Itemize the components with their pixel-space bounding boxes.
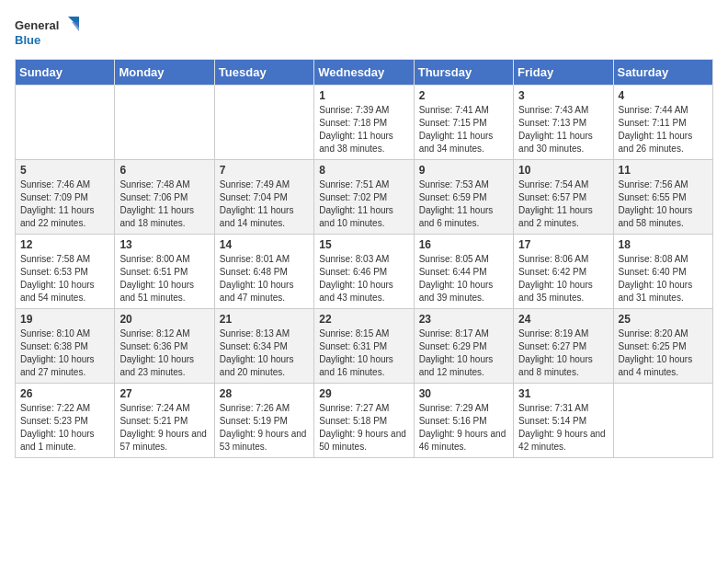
day-info: Sunrise: 7:54 AM Sunset: 6:57 PM Dayligh… [518,178,608,230]
calendar-week-row: 1Sunrise: 7:39 AM Sunset: 7:18 PM Daylig… [16,86,713,160]
day-number: 21 [220,313,309,326]
calendar-week-row: 26Sunrise: 7:22 AM Sunset: 5:23 PM Dayli… [16,384,713,458]
day-info: Sunrise: 8:17 AM Sunset: 6:29 PM Dayligh… [419,327,508,379]
day-info: Sunrise: 7:24 AM Sunset: 5:21 PM Dayligh… [119,402,209,454]
day-info: Sunrise: 7:44 AM Sunset: 7:11 PM Dayligh… [619,104,708,155]
calendar-cell: 2Sunrise: 7:41 AM Sunset: 7:15 PM Daylig… [414,86,513,160]
day-info: Sunrise: 8:01 AM Sunset: 6:48 PM Dayligh… [220,253,309,304]
calendar-week-row: 19Sunrise: 8:10 AM Sunset: 6:38 PM Dayli… [16,309,713,384]
calendar-cell: 16Sunrise: 8:05 AM Sunset: 6:44 PM Dayli… [414,235,513,309]
page-header: General Blue [15,15,713,52]
logo-svg: General Blue [15,15,79,52]
day-info: Sunrise: 7:48 AM Sunset: 7:06 PM Dayligh… [119,178,209,230]
day-info: Sunrise: 7:22 AM Sunset: 5:23 PM Dayligh… [20,402,109,454]
calendar-cell: 18Sunrise: 8:08 AM Sunset: 6:40 PM Dayli… [613,235,712,309]
calendar-cell: 23Sunrise: 8:17 AM Sunset: 6:29 PM Dayli… [414,309,513,384]
calendar-cell: 4Sunrise: 7:44 AM Sunset: 7:11 PM Daylig… [613,86,712,160]
day-number: 17 [518,238,608,251]
calendar-cell [16,86,115,160]
calendar-cell: 13Sunrise: 8:00 AM Sunset: 6:51 PM Dayli… [115,235,214,309]
day-info: Sunrise: 7:53 AM Sunset: 6:59 PM Dayligh… [419,178,508,230]
day-number: 2 [419,89,508,102]
day-info: Sunrise: 7:39 AM Sunset: 7:18 PM Dayligh… [319,104,408,155]
calendar-cell: 14Sunrise: 8:01 AM Sunset: 6:48 PM Dayli… [214,235,313,309]
day-info: Sunrise: 7:41 AM Sunset: 7:15 PM Dayligh… [419,104,508,155]
calendar-cell: 12Sunrise: 7:58 AM Sunset: 6:53 PM Dayli… [16,235,115,309]
day-info: Sunrise: 8:08 AM Sunset: 6:40 PM Dayligh… [619,253,708,304]
day-info: Sunrise: 8:03 AM Sunset: 6:46 PM Dayligh… [319,253,408,304]
column-header-tuesday: Tuesday [214,60,313,86]
calendar-cell: 10Sunrise: 7:54 AM Sunset: 6:57 PM Dayli… [514,160,613,235]
svg-text:General: General [15,18,59,32]
day-number: 4 [619,89,708,102]
day-number: 25 [619,313,708,326]
calendar-cell: 7Sunrise: 7:49 AM Sunset: 7:04 PM Daylig… [214,160,313,235]
day-info: Sunrise: 8:19 AM Sunset: 6:27 PM Dayligh… [518,327,608,379]
day-number: 29 [319,387,408,400]
day-number: 16 [419,238,508,251]
calendar-cell [214,86,313,160]
day-number: 22 [319,313,408,326]
day-number: 7 [220,164,309,177]
day-info: Sunrise: 8:10 AM Sunset: 6:38 PM Dayligh… [20,327,109,379]
day-info: Sunrise: 8:05 AM Sunset: 6:44 PM Dayligh… [419,253,508,304]
calendar-cell: 31Sunrise: 7:31 AM Sunset: 5:14 PM Dayli… [514,384,613,458]
day-number: 8 [319,164,408,177]
calendar-cell: 15Sunrise: 8:03 AM Sunset: 6:46 PM Dayli… [314,235,414,309]
day-number: 26 [20,387,109,400]
day-number: 14 [220,238,309,251]
day-info: Sunrise: 8:13 AM Sunset: 6:34 PM Dayligh… [220,327,309,379]
day-info: Sunrise: 8:06 AM Sunset: 6:42 PM Dayligh… [518,253,608,304]
day-number: 3 [518,89,608,102]
column-header-saturday: Saturday [613,60,712,86]
day-info: Sunrise: 7:58 AM Sunset: 6:53 PM Dayligh… [20,253,109,304]
calendar-cell: 3Sunrise: 7:43 AM Sunset: 7:13 PM Daylig… [514,86,613,160]
day-info: Sunrise: 7:26 AM Sunset: 5:19 PM Dayligh… [220,402,309,454]
day-number: 9 [419,164,508,177]
day-info: Sunrise: 8:20 AM Sunset: 6:25 PM Dayligh… [619,327,708,379]
calendar-table: SundayMondayTuesdayWednesdayThursdayFrid… [15,59,713,458]
calendar-cell [115,86,214,160]
day-info: Sunrise: 7:29 AM Sunset: 5:16 PM Dayligh… [419,402,508,454]
day-number: 23 [419,313,508,326]
calendar-cell: 22Sunrise: 8:15 AM Sunset: 6:31 PM Dayli… [314,309,414,384]
day-number: 30 [419,387,508,400]
day-info: Sunrise: 7:43 AM Sunset: 7:13 PM Dayligh… [518,104,608,155]
calendar-cell: 21Sunrise: 8:13 AM Sunset: 6:34 PM Dayli… [214,309,313,384]
day-info: Sunrise: 7:56 AM Sunset: 6:55 PM Dayligh… [619,178,708,230]
calendar-cell: 24Sunrise: 8:19 AM Sunset: 6:27 PM Dayli… [514,309,613,384]
calendar-cell: 1Sunrise: 7:39 AM Sunset: 7:18 PM Daylig… [314,86,414,160]
calendar-cell [613,384,712,458]
day-number: 10 [518,164,608,177]
day-info: Sunrise: 8:00 AM Sunset: 6:51 PM Dayligh… [119,253,209,304]
day-number: 13 [119,238,209,251]
svg-text:Blue: Blue [15,33,40,47]
day-info: Sunrise: 7:31 AM Sunset: 5:14 PM Dayligh… [518,402,608,454]
calendar-cell: 20Sunrise: 8:12 AM Sunset: 6:36 PM Dayli… [115,309,214,384]
calendar-cell: 28Sunrise: 7:26 AM Sunset: 5:19 PM Dayli… [214,384,313,458]
day-number: 6 [119,164,209,177]
calendar-cell: 8Sunrise: 7:51 AM Sunset: 7:02 PM Daylig… [314,160,414,235]
column-header-thursday: Thursday [414,60,513,86]
day-number: 24 [518,313,608,326]
calendar-cell: 11Sunrise: 7:56 AM Sunset: 6:55 PM Dayli… [613,160,712,235]
calendar-cell: 5Sunrise: 7:46 AM Sunset: 7:09 PM Daylig… [16,160,115,235]
day-info: Sunrise: 7:49 AM Sunset: 7:04 PM Dayligh… [220,178,309,230]
calendar-cell: 26Sunrise: 7:22 AM Sunset: 5:23 PM Dayli… [16,384,115,458]
svg-marker-3 [72,22,79,31]
calendar-week-row: 5Sunrise: 7:46 AM Sunset: 7:09 PM Daylig… [16,160,713,235]
day-number: 19 [20,313,109,326]
day-info: Sunrise: 8:12 AM Sunset: 6:36 PM Dayligh… [119,327,209,379]
day-info: Sunrise: 7:27 AM Sunset: 5:18 PM Dayligh… [319,402,408,454]
day-number: 15 [319,238,408,251]
day-number: 31 [518,387,608,400]
column-header-sunday: Sunday [16,60,115,86]
day-number: 1 [319,89,408,102]
column-header-monday: Monday [115,60,214,86]
day-info: Sunrise: 8:15 AM Sunset: 6:31 PM Dayligh… [319,327,408,379]
day-number: 28 [220,387,309,400]
day-number: 11 [619,164,708,177]
calendar-cell: 29Sunrise: 7:27 AM Sunset: 5:18 PM Dayli… [314,384,414,458]
day-number: 5 [20,164,109,177]
day-info: Sunrise: 7:46 AM Sunset: 7:09 PM Dayligh… [20,178,109,230]
